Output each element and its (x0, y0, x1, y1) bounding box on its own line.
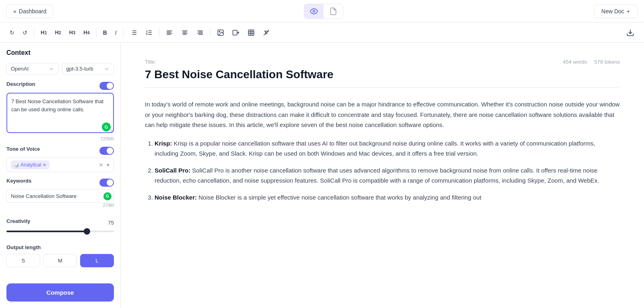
italic-button[interactable]: I (112, 27, 120, 38)
description-header: Description (6, 81, 114, 90)
h4-button[interactable]: H4 (80, 27, 93, 38)
keyword-input[interactable] (6, 189, 114, 203)
tone-chip-label: Analytical (21, 162, 41, 168)
tone-chip-icon: 📊 (14, 163, 19, 167)
creativity-header: Creativity 75 (6, 218, 114, 227)
main-layout: Context OpenAI gpt-3.5-turb Description … (0, 43, 644, 308)
back-arrow-icon: « (13, 8, 17, 15)
sidebar: Context OpenAI gpt-3.5-turb Description … (0, 43, 121, 308)
tone-actions: ✕ ▾ (99, 162, 109, 168)
h2-button[interactable]: H2 (52, 27, 64, 38)
top-bar: « Dashboard New Doc + (0, 0, 644, 23)
top-bar-left: « Dashboard (6, 4, 53, 18)
doc-view-button[interactable] (324, 4, 343, 19)
tone-toggle[interactable] (99, 147, 114, 155)
doc-body: In today's world of remote work and onli… (145, 99, 620, 202)
dashboard-label: Dashboard (19, 8, 47, 15)
table-icon (248, 29, 255, 36)
output-l-button[interactable]: L (80, 254, 114, 267)
keywords-label: Keywords (6, 178, 31, 184)
toolbar-separator-2 (96, 28, 97, 37)
svg-point-23 (219, 31, 220, 32)
svg-line-34 (264, 30, 269, 35)
description-toggle[interactable] (99, 82, 114, 90)
toolbar-separator-3 (123, 28, 124, 37)
creativity-slider-thumb[interactable] (84, 228, 90, 235)
ordered-list-button[interactable] (142, 27, 156, 39)
h3-button[interactable]: H3 (66, 27, 78, 38)
grammarly-icon: G (102, 123, 111, 131)
output-section: Output length S M L (6, 243, 114, 267)
chevron-down-icon-2 (104, 66, 109, 72)
new-doc-button[interactable]: New Doc + (594, 4, 638, 18)
image-icon (217, 29, 224, 36)
doc-intro: In today's world of remote work and onli… (145, 99, 620, 130)
title-label: Title: (145, 59, 156, 65)
download-icon (626, 29, 634, 37)
software-list: Krisp: Krisp is a popular noise cancella… (145, 138, 620, 203)
align-center-button[interactable] (178, 27, 192, 39)
h1-button[interactable]: H1 (37, 27, 50, 38)
tone-chip-remove[interactable]: ✕ (43, 162, 46, 168)
description-char-count: 72/500 (6, 136, 114, 141)
creativity-value: 75 (108, 220, 114, 226)
undo-button[interactable]: ↻ (6, 27, 18, 38)
svg-point-0 (313, 10, 315, 12)
view-toggle (304, 4, 343, 19)
preview-view-button[interactable] (304, 4, 324, 19)
align-right-button[interactable] (193, 27, 207, 39)
description-textarea[interactable]: 7 Best Noise Cancellation Software that … (6, 93, 114, 133)
model-provider-select[interactable]: OpenAI (6, 63, 59, 75)
tone-expand-icon[interactable]: ▾ (107, 162, 109, 168)
video-icon (232, 29, 239, 36)
align-left-button[interactable] (163, 27, 176, 39)
creativity-slider-fill (6, 231, 87, 232)
doc-title: 7 Best Noise Cancellation Software (145, 68, 620, 81)
dashboard-button[interactable]: « Dashboard (6, 4, 53, 18)
list-item: SoliCall Pro: SoliCall Pro is another no… (155, 165, 620, 186)
keywords-header: Keywords (6, 178, 114, 187)
bold-button[interactable]: B (100, 27, 110, 38)
item-1-desc: Krisp is a popular noise cancellation so… (155, 140, 595, 157)
align-left-icon (166, 29, 173, 36)
item-2-name: SoliCall Pro: (155, 167, 190, 174)
compose-button[interactable]: Compose (6, 283, 114, 302)
table-button[interactable] (244, 27, 258, 39)
output-label: Output length (6, 244, 41, 250)
video-button[interactable] (229, 27, 243, 39)
image-button[interactable] (214, 27, 227, 39)
clear-format-button[interactable] (260, 27, 273, 39)
doc-title-section: Title: 454 words 579 tokens 7 Best Noise… (145, 59, 620, 88)
keywords-toggle[interactable] (99, 179, 114, 187)
model-version-label: gpt-3.5-turb (66, 66, 93, 72)
output-s-button[interactable]: S (6, 254, 40, 267)
description-label: Description (6, 81, 35, 87)
output-buttons: S M L (6, 254, 114, 267)
sidebar-title: Context (6, 49, 114, 56)
tone-clear-icon[interactable]: ✕ (99, 162, 103, 168)
download-button[interactable] (623, 26, 638, 39)
item-3-name: Noise Blocker: (155, 194, 197, 201)
compose-label: Compose (46, 289, 74, 296)
tone-chips-container: 📊 Analytical ✕ ✕ ▾ (6, 158, 114, 172)
model-version-select[interactable]: gpt-3.5-turb (62, 63, 114, 75)
align-center-icon (181, 29, 188, 36)
tone-section: Tone of Voice 📊 Analytical ✕ ✕ ▾ (6, 146, 114, 172)
chevron-down-icon (49, 66, 54, 72)
output-m-button[interactable]: M (43, 254, 77, 267)
doc-divider (145, 87, 620, 88)
content-area: Title: 454 words 579 tokens 7 Best Noise… (121, 43, 644, 308)
eye-icon (310, 7, 318, 15)
keyword-input-wrapper: G (6, 189, 114, 203)
doc-meta: 454 words 579 tokens (563, 59, 620, 65)
new-doc-plus: + (627, 8, 630, 15)
keywords-char-count: 27/80 (6, 203, 114, 208)
list-item: Krisp: Krisp is a popular noise cancella… (155, 138, 620, 159)
tone-label: Tone of Voice (6, 146, 40, 152)
svg-rect-26 (248, 30, 254, 35)
redo-button[interactable]: ↺ (19, 27, 31, 38)
creativity-slider-track (6, 231, 114, 232)
model-row: OpenAI gpt-3.5-turb (6, 63, 114, 75)
new-doc-label: New Doc (601, 8, 624, 15)
bullet-list-button[interactable] (127, 27, 140, 39)
